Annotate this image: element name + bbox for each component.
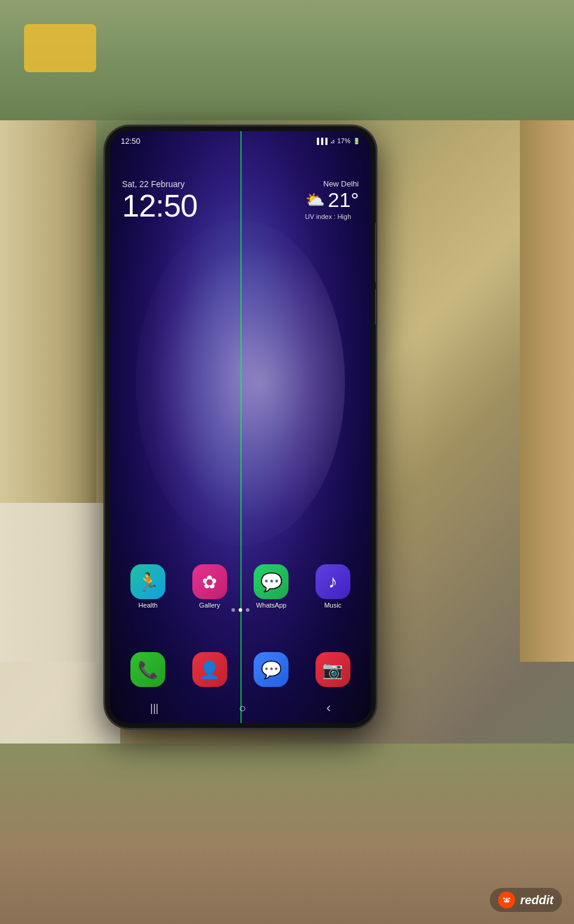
- phone-call-icon: 📞: [130, 652, 165, 687]
- dock-messages[interactable]: 💬: [243, 652, 300, 687]
- dock-camera[interactable]: 📷: [305, 652, 362, 687]
- wifi-icon: ⊿: [330, 138, 335, 144]
- power-button[interactable]: [375, 223, 376, 253]
- dock: 📞 👤 💬 📷: [110, 652, 371, 687]
- whatsapp-icon: 💬: [254, 564, 289, 599]
- phone-frame: 12:50 ▐▐▐ ⊿ 17% 🔋 Sat, 22 February 12:50…: [105, 126, 376, 728]
- messages-icon: 💬: [254, 652, 289, 687]
- battery-icon: 🔋: [353, 138, 360, 144]
- page-dot-1: [231, 608, 235, 612]
- page-indicators: [110, 608, 371, 612]
- clock-date: Sat, 22 February: [122, 179, 197, 189]
- status-bar: 12:50 ▐▐▐ ⊿ 17% 🔋: [110, 131, 371, 150]
- svg-point-1: [504, 899, 510, 902]
- app-grid: 🏃 Health ✿ Gallery 💬 WhatsApp: [110, 564, 371, 609]
- reddit-logo: [498, 892, 515, 908]
- bg-paper: [0, 503, 120, 744]
- volume-down-button[interactable]: [375, 289, 376, 325]
- clock-time: 12:50: [122, 190, 197, 221]
- battery-indicator: 17%: [337, 137, 350, 144]
- gallery-icon: ✿: [192, 564, 227, 599]
- nav-back-button[interactable]: ‹: [326, 700, 331, 716]
- app-whatsapp[interactable]: 💬 WhatsApp: [243, 564, 300, 609]
- app-music[interactable]: ♪ Music: [305, 564, 362, 609]
- music-icon: ♪: [316, 564, 350, 599]
- weather-temp-row: ⛅ 21°: [305, 188, 359, 212]
- reddit-badge: reddit: [490, 888, 562, 912]
- contacts-icon: 👤: [192, 652, 227, 687]
- camera-icon: 📷: [316, 652, 350, 687]
- home-icon: ○: [239, 701, 246, 715]
- recent-apps-icon: |||: [150, 702, 159, 714]
- phone-screen: 12:50 ▐▐▐ ⊿ 17% 🔋 Sat, 22 February 12:50…: [110, 131, 371, 723]
- nav-bar: ||| ○ ‹: [110, 693, 371, 723]
- weather-uv-index: UV index : High: [305, 213, 359, 220]
- bus-element: [24, 24, 96, 72]
- svg-point-3: [508, 900, 509, 901]
- bg-right-hand: [520, 120, 574, 662]
- page-dot-3: [246, 608, 249, 612]
- app-health[interactable]: 🏃 Health: [120, 564, 177, 609]
- reddit-label: reddit: [520, 893, 554, 907]
- status-icons: ▐▐▐ ⊿ 17% 🔋: [315, 137, 360, 144]
- page-dot-2: [239, 608, 242, 612]
- status-time: 12:50: [121, 137, 141, 146]
- app-gallery[interactable]: ✿ Gallery: [182, 564, 239, 609]
- health-icon: 🏃: [130, 564, 165, 599]
- bg-bottom-hand: [0, 744, 574, 924]
- svg-point-2: [505, 900, 506, 901]
- nav-recent-button[interactable]: |||: [150, 702, 159, 715]
- weather-condition-icon: ⛅: [305, 191, 325, 209]
- green-line-artifact: [240, 131, 242, 723]
- weather-widget[interactable]: New Delhi ⛅ 21° UV index : High: [305, 179, 359, 220]
- signal-icon: ▐▐▐: [315, 138, 328, 144]
- svg-point-5: [504, 898, 505, 899]
- nav-home-button[interactable]: ○: [239, 701, 246, 715]
- clock-widget: Sat, 22 February 12:50: [122, 179, 197, 221]
- dock-contacts[interactable]: 👤: [182, 652, 239, 687]
- dock-phone[interactable]: 📞: [120, 652, 177, 687]
- weather-city: New Delhi: [305, 179, 359, 188]
- back-icon: ‹: [326, 700, 331, 715]
- svg-rect-6: [507, 898, 507, 899]
- weather-temperature: 21°: [328, 188, 359, 212]
